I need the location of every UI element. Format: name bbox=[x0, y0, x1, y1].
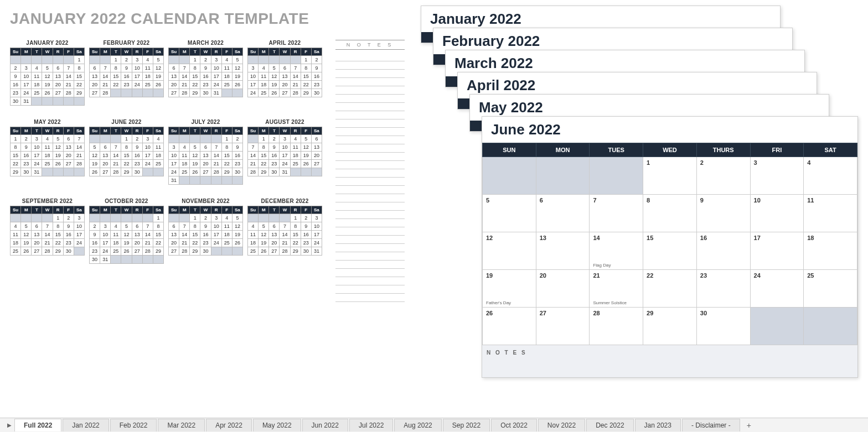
mini-day-cell: 30 bbox=[63, 247, 74, 256]
sheet-tab[interactable]: Jun 2022 bbox=[302, 419, 348, 431]
notes-line[interactable] bbox=[335, 194, 405, 202]
mini-day-cell: 29 bbox=[301, 89, 311, 97]
day-cell[interactable]: 7 bbox=[590, 195, 643, 232]
month-notes[interactable]: N O T E S bbox=[482, 345, 857, 377]
notes-line[interactable] bbox=[335, 61, 405, 70]
add-sheet-button[interactable]: + bbox=[741, 419, 757, 432]
mini-dow-header: W bbox=[200, 206, 211, 214]
day-cell[interactable]: 30 bbox=[696, 308, 750, 345]
day-cell[interactable]: 2 bbox=[696, 157, 750, 195]
day-cell[interactable]: 17 bbox=[750, 232, 804, 270]
mini-month-table: SuMTWRFSa1234567891011121314151617181920… bbox=[247, 127, 322, 176]
sheet-tab[interactable]: - Disclaimer - bbox=[682, 419, 740, 431]
notes-line[interactable] bbox=[335, 202, 405, 211]
notes-line[interactable] bbox=[335, 128, 405, 136]
day-cell[interactable]: 11 bbox=[804, 195, 857, 232]
notes-line[interactable] bbox=[335, 136, 405, 144]
day-cell[interactable]: 25 bbox=[804, 270, 857, 308]
notes-line[interactable] bbox=[335, 103, 405, 111]
mini-day-cell: 26 bbox=[269, 89, 280, 97]
day-cell[interactable]: 18 bbox=[804, 232, 857, 270]
mini-dow-header: Sa bbox=[74, 127, 84, 135]
blank-cell bbox=[590, 157, 643, 195]
notes-line[interactable] bbox=[335, 294, 405, 302]
notes-line[interactable] bbox=[335, 111, 405, 119]
sheet-tab[interactable]: Oct 2022 bbox=[491, 419, 537, 431]
mini-day-cell: 24 bbox=[169, 168, 179, 176]
day-cell[interactable]: 20 bbox=[536, 270, 590, 308]
notes-line[interactable] bbox=[335, 161, 405, 169]
day-cell[interactable]: 28 bbox=[590, 308, 643, 345]
notes-line[interactable] bbox=[335, 153, 405, 161]
mini-day-cell: 30 bbox=[269, 168, 280, 176]
notes-line[interactable] bbox=[335, 178, 405, 186]
notes-line[interactable] bbox=[335, 70, 405, 78]
notes-line[interactable] bbox=[335, 244, 405, 252]
day-cell[interactable]: 14Flag Day bbox=[590, 232, 643, 270]
day-cell[interactable]: 27 bbox=[536, 308, 590, 345]
notes-line[interactable] bbox=[335, 261, 405, 269]
day-cell[interactable]: 16 bbox=[696, 232, 750, 270]
notes-line[interactable] bbox=[335, 236, 405, 244]
mini-dow-header: Su bbox=[248, 48, 259, 56]
mini-blank-cell bbox=[169, 56, 179, 64]
notes-line[interactable] bbox=[335, 186, 405, 194]
mini-dow-header: T bbox=[32, 127, 42, 135]
day-cell[interactable]: 1 bbox=[643, 157, 697, 195]
notes-line[interactable] bbox=[335, 285, 405, 294]
mini-dow-header: M bbox=[100, 48, 111, 56]
sheet-tab[interactable]: Jan 2022 bbox=[63, 419, 108, 431]
notes-line[interactable] bbox=[335, 95, 405, 103]
notes-line[interactable] bbox=[335, 211, 405, 219]
day-cell[interactable]: 23 bbox=[696, 270, 750, 308]
notes-line[interactable] bbox=[335, 277, 405, 285]
day-cell[interactable]: 6 bbox=[536, 195, 590, 232]
day-cell[interactable]: 9 bbox=[696, 195, 750, 232]
day-cell[interactable]: 8 bbox=[643, 195, 697, 232]
mini-day-cell: 6 bbox=[169, 222, 179, 231]
day-cell[interactable]: 19Father's Day bbox=[483, 270, 536, 308]
sheet-tab[interactable]: Nov 2022 bbox=[538, 419, 585, 431]
day-cell[interactable]: 10 bbox=[750, 195, 804, 232]
day-cell[interactable]: 22 bbox=[643, 270, 697, 308]
day-cell[interactable]: 5 bbox=[483, 195, 536, 232]
day-cell[interactable]: 26 bbox=[483, 308, 536, 345]
notes-line[interactable] bbox=[335, 78, 405, 86]
sheet-tab[interactable]: Feb 2022 bbox=[110, 419, 157, 431]
day-cell[interactable]: 21Summer Solstice bbox=[590, 270, 643, 308]
sheet-tab[interactable]: Sep 2022 bbox=[443, 419, 490, 431]
mini-blank-cell bbox=[42, 56, 53, 64]
notes-line[interactable] bbox=[335, 169, 405, 178]
sheet-tab[interactable]: Dec 2022 bbox=[586, 419, 633, 431]
day-cell[interactable]: 24 bbox=[750, 270, 804, 308]
notes-line[interactable] bbox=[335, 86, 405, 95]
sheet-tab[interactable]: May 2022 bbox=[253, 419, 301, 431]
sheet-tab[interactable]: Aug 2022 bbox=[394, 419, 441, 431]
day-cell[interactable]: 3 bbox=[750, 157, 804, 195]
mini-dow-header: T bbox=[111, 48, 121, 56]
notes-line[interactable] bbox=[335, 53, 405, 61]
notes-line[interactable] bbox=[335, 219, 405, 227]
mini-day-cell: 17 bbox=[248, 81, 259, 89]
sheet-tab[interactable]: Apr 2022 bbox=[206, 419, 252, 431]
blank-cell bbox=[536, 157, 590, 195]
notes-line[interactable] bbox=[335, 144, 405, 153]
mini-day-cell: 6 bbox=[100, 143, 111, 152]
day-cell[interactable]: 15 bbox=[643, 232, 697, 270]
day-cell[interactable]: 13 bbox=[536, 232, 590, 270]
notes-line[interactable] bbox=[335, 119, 405, 128]
sheet-tab[interactable]: Jul 2022 bbox=[349, 419, 393, 431]
sheet-tab[interactable]: Mar 2022 bbox=[158, 419, 205, 431]
sheet-tab[interactable]: Jan 2023 bbox=[635, 419, 681, 431]
mini-day-cell: 14 bbox=[211, 152, 221, 160]
day-cell[interactable]: 4 bbox=[804, 157, 857, 195]
event-label: Summer Solstice bbox=[593, 300, 626, 305]
tab-scroll-right-icon[interactable]: ▶ bbox=[4, 422, 14, 428]
notes-line[interactable] bbox=[335, 252, 405, 261]
day-cell[interactable]: 29 bbox=[643, 308, 697, 345]
sheet-tab[interactable]: Full 2022 bbox=[14, 419, 61, 431]
day-cell[interactable]: 12 bbox=[483, 232, 536, 270]
notes-line[interactable] bbox=[335, 227, 405, 236]
notes-line[interactable] bbox=[335, 269, 405, 277]
mini-dow-header: F bbox=[142, 127, 153, 135]
